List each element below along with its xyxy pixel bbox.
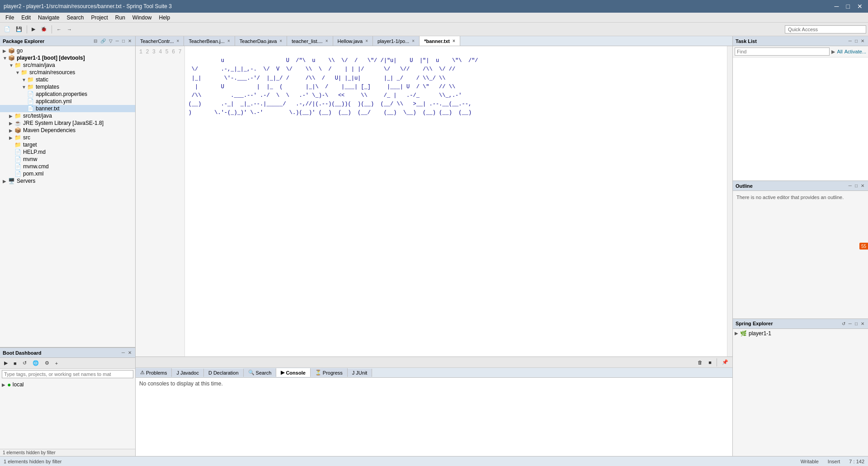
minimize-button[interactable]: ─ bbox=[833, 3, 841, 10]
editor-tab-2[interactable]: TeacherDao.java× bbox=[235, 36, 287, 46]
all-link[interactable]: All bbox=[837, 49, 842, 54]
boot-close-button[interactable]: ✕ bbox=[127, 350, 132, 355]
spring-maximize-button[interactable]: □ bbox=[854, 321, 859, 326]
editor-tab-close-2[interactable]: × bbox=[279, 38, 282, 43]
spring-player1-1-item[interactable]: ▶ 🌿 player1-1 bbox=[733, 330, 868, 337]
editor-tab-close-5[interactable]: × bbox=[412, 38, 415, 43]
tree-item-12[interactable]: ▶📁src bbox=[0, 134, 135, 141]
spring-leaf-icon: 🌿 bbox=[740, 330, 747, 337]
tree-label-5: templates bbox=[36, 84, 59, 90]
tree-item-13[interactable]: 📁target bbox=[0, 141, 135, 148]
outline-minimize-button[interactable]: ─ bbox=[848, 183, 853, 188]
editor-content[interactable]: u U /"\ u \\ \/ / \"/ /|"u| U |"| u \"\ … bbox=[185, 46, 727, 357]
editor-tab-close-3[interactable]: × bbox=[326, 38, 328, 43]
find-input[interactable] bbox=[735, 48, 830, 56]
tree-label-12: src bbox=[23, 134, 30, 141]
boot-settings-button[interactable]: ⚙ bbox=[42, 359, 52, 367]
task-minimize-button[interactable]: ─ bbox=[848, 38, 853, 43]
bottom-tab-junit[interactable]: J JUnit bbox=[348, 369, 373, 377]
boot-new-button[interactable]: + bbox=[53, 359, 60, 367]
collapse-all-button[interactable]: ⊟ bbox=[93, 38, 98, 43]
editor-tab-3[interactable]: teacher_list....× bbox=[287, 36, 333, 46]
tree-item-17[interactable]: 📄pom.xml bbox=[0, 170, 135, 177]
tree-item-18[interactable]: ▶🖥️Servers bbox=[0, 177, 135, 185]
menu-item-window[interactable]: Window bbox=[129, 14, 156, 22]
bottom-tab-progress[interactable]: ⏳ Progress bbox=[311, 368, 348, 377]
bottom-tab-declaration[interactable]: D Declaration bbox=[204, 369, 244, 377]
spring-close-button[interactable]: ✕ bbox=[860, 321, 865, 326]
quick-access-box[interactable]: Quick Access bbox=[785, 25, 866, 33]
debug-button[interactable]: 🐞 bbox=[38, 25, 49, 33]
menu-item-project[interactable]: Project bbox=[87, 14, 111, 22]
boot-open-button[interactable]: 🌐 bbox=[30, 359, 41, 367]
bottom-tab-console[interactable]: ▶ Console bbox=[276, 368, 310, 377]
close-button[interactable]: ✕ bbox=[855, 3, 864, 10]
tree-item-14[interactable]: 📄HELP.md bbox=[0, 148, 135, 156]
maximize-panel-button[interactable]: □ bbox=[121, 38, 126, 43]
tree-item-16[interactable]: 📄mvnw.cmd bbox=[0, 163, 135, 170]
spring-refresh-button[interactable]: ↺ bbox=[841, 321, 846, 326]
editor-tab-close-4[interactable]: × bbox=[365, 38, 368, 43]
forward-button[interactable]: → bbox=[65, 25, 74, 33]
menu-item-run[interactable]: Run bbox=[112, 14, 129, 22]
tree-item-4[interactable]: ▼📁static bbox=[0, 76, 135, 83]
back-button[interactable]: ← bbox=[54, 25, 64, 33]
console-clear-button[interactable]: 🗑 bbox=[695, 358, 705, 366]
editor-scrollbar-v[interactable] bbox=[727, 46, 732, 357]
editor-tab-6[interactable]: *banner.txt× bbox=[420, 36, 460, 46]
menu-item-search[interactable]: Search bbox=[63, 14, 87, 22]
outline-maximize-button[interactable]: □ bbox=[854, 183, 859, 188]
tree-item-9[interactable]: ▶📁src/test/java bbox=[0, 112, 135, 119]
boot-restart-button[interactable]: ↺ bbox=[20, 359, 29, 367]
tree-item-10[interactable]: ▶☕JRE System Library [JavaSE-1.8] bbox=[0, 119, 135, 127]
tree-item-8[interactable]: 📄banner.txt bbox=[0, 105, 135, 112]
bottom-tab-javadoc[interactable]: J Javadoc bbox=[172, 369, 203, 377]
boot-stop-button[interactable]: ■ bbox=[11, 359, 19, 367]
tree-item-11[interactable]: ▶📦Maven Dependencies bbox=[0, 127, 135, 134]
spring-minimize-button[interactable]: ─ bbox=[848, 321, 853, 326]
tree-item-3[interactable]: ▼📁src/main/resources bbox=[0, 69, 135, 76]
tree-item-5[interactable]: ▼📁templates bbox=[0, 83, 135, 90]
tree-item-0[interactable]: ▶📦go bbox=[0, 47, 135, 54]
maximize-button[interactable]: □ bbox=[844, 3, 852, 10]
boot-search-input[interactable] bbox=[2, 370, 133, 378]
console-pin-button[interactable]: 📌 bbox=[720, 358, 731, 366]
tree-item-1[interactable]: ▼📦player1-1 [boot] [devtools] bbox=[0, 54, 135, 62]
editor-tab-0[interactable]: TeacherContr...× bbox=[136, 36, 184, 46]
save-button[interactable]: 💾 bbox=[14, 25, 24, 33]
editor-tab-4[interactable]: Hellow.java× bbox=[333, 36, 373, 46]
editor-tab-1[interactable]: TeacherBean.j...× bbox=[184, 36, 235, 46]
outline-close-button[interactable]: ✕ bbox=[860, 183, 865, 188]
view-menu-button[interactable]: ▽ bbox=[108, 38, 113, 43]
run-button[interactable]: ▶ bbox=[29, 25, 38, 33]
tree-item-6[interactable]: 📄application.properties bbox=[0, 90, 135, 98]
editor-tab-close-6[interactable]: × bbox=[453, 38, 455, 43]
menu-bar: FileEditNavigateSearchProjectRunWindowHe… bbox=[0, 13, 868, 23]
link-editor-button[interactable]: 🔗 bbox=[99, 38, 107, 43]
menu-item-navigate[interactable]: Navigate bbox=[34, 14, 63, 22]
bottom-tab-problems[interactable]: ⚠ Problems bbox=[136, 368, 172, 377]
editor-tab-close-0[interactable]: × bbox=[177, 38, 179, 43]
close-panel-button[interactable]: ✕ bbox=[127, 38, 132, 43]
console-stop-button[interactable]: ■ bbox=[706, 358, 714, 366]
boot-start-button[interactable]: ▶ bbox=[2, 359, 10, 367]
boot-local-item[interactable]: ▶ ● local bbox=[0, 380, 135, 389]
tree-item-7[interactable]: 📄application.yml bbox=[0, 98, 135, 105]
menu-item-help[interactable]: Help bbox=[156, 14, 174, 22]
activate-link[interactable]: Activate... bbox=[844, 49, 866, 54]
minimize-panel-button[interactable]: ─ bbox=[115, 38, 120, 43]
tree-item-15[interactable]: 📄mvnw bbox=[0, 156, 135, 163]
new-button[interactable]: 📄 bbox=[2, 25, 13, 33]
task-maximize-button[interactable]: □ bbox=[854, 38, 859, 43]
editor-tab-close-1[interactable]: × bbox=[227, 38, 230, 43]
tree-item-2[interactable]: ▼📁src/main/java bbox=[0, 62, 135, 69]
bottom-tab-search[interactable]: 🔍 Search bbox=[244, 368, 277, 377]
menu-item-file[interactable]: File bbox=[2, 14, 18, 22]
tree-icon-9: 📁 bbox=[14, 113, 22, 119]
console-message: No consoles to display at this time. bbox=[139, 380, 223, 387]
editor-tab-5[interactable]: player1-1/po...× bbox=[373, 36, 420, 46]
menu-item-edit[interactable]: Edit bbox=[18, 14, 34, 22]
line-numbers: 1 2 3 4 5 6 7 bbox=[136, 46, 185, 357]
task-close-button[interactable]: ✕ bbox=[860, 38, 865, 43]
boot-minimize-button[interactable]: ─ bbox=[121, 350, 126, 355]
